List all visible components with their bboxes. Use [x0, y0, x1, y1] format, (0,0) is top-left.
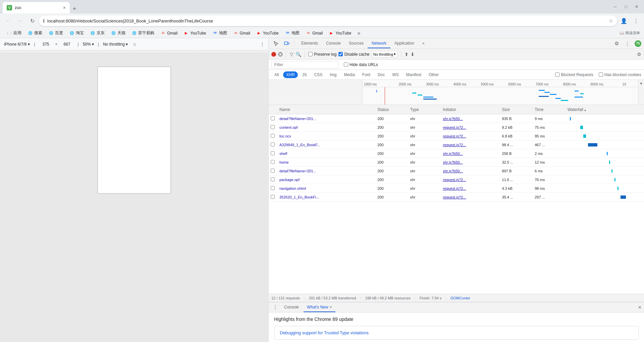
active-tab[interactable]: V zuo × — [3, 2, 70, 13]
row-initiator-6[interactable]: xhr.js?b50... — [441, 160, 500, 164]
row-name-4[interactable]: A329649_1_En_BookF... — [277, 143, 376, 147]
bookmark-gmail1[interactable]: ✉Gmail — [158, 29, 180, 37]
row-check-6[interactable] — [269, 160, 277, 165]
filter-media[interactable]: Media — [341, 71, 358, 78]
export-har-button[interactable]: ⬆ — [405, 52, 409, 57]
blocked-requests-checkbox[interactable]: Blocked Requests — [555, 72, 593, 77]
tab-application[interactable]: Application — [390, 39, 418, 48]
disable-cache-input[interactable] — [338, 52, 343, 56]
row-check-2[interactable] — [269, 125, 277, 130]
row-checkbox-7[interactable] — [271, 169, 275, 173]
filter-button[interactable]: ▽ — [290, 52, 293, 57]
row-initiator-10[interactable]: request.js?2... — [441, 195, 500, 199]
bottom-panel-close-button[interactable]: × — [638, 304, 641, 310]
viewport-more[interactable]: ⋮ — [260, 42, 264, 47]
zoom-selector[interactable]: 50% ▾ — [83, 42, 94, 47]
row-checkbox-9[interactable] — [271, 186, 275, 190]
header-type-col[interactable]: Type — [409, 107, 442, 112]
tab-elements[interactable]: Elements — [297, 39, 322, 48]
row-name-5[interactable]: shelf — [277, 152, 376, 156]
tab-console[interactable]: Console — [322, 39, 345, 48]
row-checkbox-10[interactable] — [271, 195, 275, 199]
header-waterfall-col[interactable]: Waterfall▲ — [566, 107, 644, 112]
row-name-7[interactable]: detail?fileName=201... — [277, 169, 376, 173]
row-check-9[interactable] — [269, 186, 277, 191]
table-row[interactable]: shelf 200 xhr xhr.js?b50... 258 B 2 ms — [269, 149, 644, 158]
device-mode-button[interactable] — [282, 39, 291, 48]
filter-manifest[interactable]: Manifest — [403, 71, 424, 78]
filter-doc[interactable]: Doc — [375, 71, 388, 78]
row-checkbox-4[interactable] — [271, 142, 275, 147]
bookmark-youtube3[interactable]: ▶YouTube — [326, 29, 354, 37]
bookmark-tianmao[interactable]: 🌐天猫 — [108, 29, 128, 37]
row-initiator-7[interactable]: xhr.js?b50... — [441, 169, 500, 173]
account-button[interactable]: 👤 — [619, 15, 629, 26]
menu-button[interactable]: ⋮ — [631, 15, 641, 26]
row-check-3[interactable] — [269, 134, 277, 138]
preserve-log-checkbox[interactable]: Preserve log — [308, 52, 336, 57]
table-row[interactable]: detail?fileName=201... 200 xhr xhr.js?b5… — [269, 114, 644, 123]
net-settings-button[interactable]: ⚙ — [637, 52, 641, 57]
reading-list-button[interactable]: 📖 阅读清单 — [620, 31, 640, 36]
dom-content-loaded[interactable]: DOMConter — [450, 296, 470, 300]
table-row[interactable]: navigation.xhtml 200 xhr request.js?2...… — [269, 184, 644, 193]
star-icon[interactable]: ☆ — [609, 18, 613, 23]
row-name-9[interactable]: navigation.xhtml — [277, 186, 376, 190]
bookmark-youtube2[interactable]: ▶YouTube — [254, 29, 281, 37]
device-selector[interactable]: iPhone 6/7/8 ▾ — [4, 42, 30, 47]
inspect-element-button[interactable] — [271, 39, 281, 48]
row-check-4[interactable] — [269, 142, 277, 147]
bookmark-search[interactable]: 🌐搜索 — [25, 29, 45, 37]
disable-cache-checkbox[interactable]: Disable cache — [338, 52, 369, 57]
row-checkbox-6[interactable] — [271, 160, 275, 164]
filter-css[interactable]: CSS — [311, 71, 326, 78]
tab-sources[interactable]: Sources — [345, 39, 368, 48]
filter-xhr[interactable]: XHR — [283, 71, 298, 78]
bookmark-baidu[interactable]: 🌐百度 — [46, 29, 66, 37]
bookmark-more[interactable]: » — [355, 29, 363, 38]
rotate-icon[interactable]: ◇ — [133, 42, 136, 47]
filter-js[interactable]: JS — [299, 71, 310, 78]
row-initiator-5[interactable]: xhr.js?b50... — [441, 152, 500, 156]
row-check-5[interactable] — [269, 151, 277, 156]
blocked-requests-input[interactable] — [555, 72, 559, 77]
row-checkbox-8[interactable] — [271, 177, 275, 181]
row-check-1[interactable] — [269, 116, 277, 121]
bookmark-maps1[interactable]: 🗺地图 — [210, 29, 230, 37]
filter-ws[interactable]: WS — [389, 71, 401, 78]
table-row[interactable]: 352620_1_En_BookFr... 200 xhr request.js… — [269, 193, 644, 202]
bookmark-apps[interactable]: ⋮⋮应用 — [4, 29, 24, 37]
new-tab-button[interactable]: + — [70, 4, 79, 13]
width-input[interactable] — [39, 42, 53, 47]
row-initiator-9[interactable]: request.js?2... — [441, 186, 500, 190]
table-row[interactable]: A329649_1_En_BookF... 200 xhr request.js… — [269, 140, 644, 149]
back-button[interactable]: ← — [3, 15, 13, 26]
tab-more[interactable]: » — [418, 39, 429, 48]
bookmark-suning[interactable]: 🌐苏宁易购 — [129, 29, 157, 37]
header-time-col[interactable]: Time — [533, 107, 566, 112]
header-size-col[interactable]: Size — [501, 107, 534, 112]
filter-other[interactable]: Other — [426, 71, 442, 78]
filter-all[interactable]: All — [271, 71, 282, 78]
filter-img[interactable]: Img — [327, 71, 339, 78]
refresh-button[interactable]: ↻ — [27, 15, 38, 26]
row-name-8[interactable]: package.opf — [277, 178, 376, 182]
bottom-tab-console[interactable]: Console — [281, 303, 302, 312]
filter-input[interactable] — [271, 61, 338, 68]
forward-button[interactable]: → — [15, 15, 25, 26]
row-initiator-8[interactable]: request.js?2... — [441, 178, 500, 182]
import-har-button[interactable]: ⬇ — [411, 52, 415, 57]
row-check-7[interactable] — [269, 169, 277, 173]
record-button[interactable] — [271, 52, 276, 57]
whats-new-close-button[interactable]: × — [330, 305, 332, 309]
row-name-6[interactable]: home — [277, 160, 376, 164]
maximize-button[interactable]: □ — [621, 2, 631, 11]
row-check-10[interactable] — [269, 195, 277, 199]
bookmark-maps2[interactable]: 🗺地图 — [282, 29, 302, 37]
header-initiator-col[interactable]: Initiator — [441, 107, 500, 112]
bottom-panel-menu-button[interactable]: ⋮ — [271, 304, 279, 310]
address-bar[interactable]: ℹ localhost:8080/#/ebook/SocialSciences|… — [39, 15, 617, 26]
minimize-button[interactable]: ─ — [610, 2, 620, 11]
bottom-tab-whats-new[interactable]: What's New × — [304, 303, 335, 312]
bookmark-jd[interactable]: 🌐京东 — [87, 29, 107, 37]
